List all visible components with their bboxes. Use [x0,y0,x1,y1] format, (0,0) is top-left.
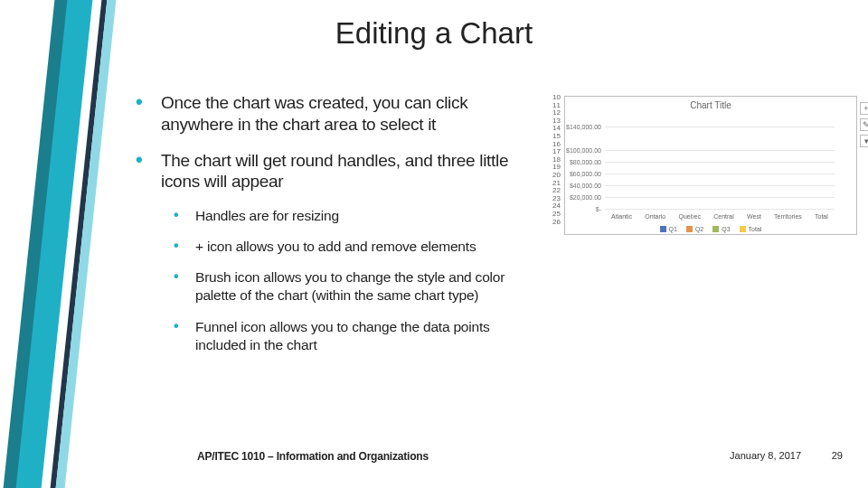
bullet-dot-icon: • [136,92,161,112]
sub-bullet-1-text: Handles are for resizing [195,207,339,225]
bullet-dot-icon: • [174,207,195,223]
bullet-1: • Once the chart was created, you can cl… [136,92,533,136]
bullet-dot-icon: • [174,238,195,254]
chart-plot-area [605,115,835,209]
slide-title: Editing a Chart [0,16,868,51]
sub-bullet-1: • Handles are for resizing [174,207,533,225]
chart-y-axis: $-$20,000.00$40,000.00$60,000.00$80,000.… [565,115,603,209]
bullet-2: • The chart will get round handles, and … [136,150,533,193]
spreadsheet-row-numbers: 1011121314151617181920212223242526 [546,94,561,226]
plus-icon: + [860,102,868,115]
bullet-dot-icon: • [174,318,195,334]
sub-bullet-2: • + icon allows you to add and remove el… [174,238,533,256]
footer-page-number: 29 [832,450,843,461]
sub-bullet-3-text: Brush icon allows you to change the styl… [195,268,533,305]
chart-x-labels: AtlanticOntarioQuebecCentralWestTerritor… [605,213,835,220]
chart-title: Chart Title [565,100,856,110]
footer: AP/ITEC 1010 – Information and Organizat… [0,450,868,468]
bullet-2-text: The chart will get round handles, and th… [161,150,533,193]
sub-bullet-4: • Funnel icon allows you to change the d… [174,318,533,354]
sub-bullet-2-text: + icon allows you to add and remove elem… [195,238,476,256]
sub-bullet-list: • Handles are for resizing • + icon allo… [174,207,533,354]
brush-icon: ✎ [860,118,868,131]
chart-side-icons: + ✎ ▾ [860,102,868,147]
sub-bullet-4-text: Funnel icon allows you to change the dat… [195,318,533,354]
bullet-dot-icon: • [174,268,195,285]
chart-legend: Q1Q2Q3Total [565,226,856,232]
chart-area: Chart Title + ✎ ▾ $-$20,000.00$40,000.00… [564,96,857,235]
chart-thumbnail: 1011121314151617181920212223242526 Chart… [546,94,861,237]
bullet-1-text: Once the chart was created, you can clic… [161,92,533,136]
sub-bullet-3: • Brush icon allows you to change the st… [174,268,533,305]
footer-course: AP/ITEC 1010 – Information and Organizat… [197,450,429,463]
funnel-icon: ▾ [860,135,868,147]
content-area: • Once the chart was created, you can cl… [136,92,533,367]
footer-date: January 8, 2017 [730,450,801,461]
bullet-dot-icon: • [136,150,161,170]
